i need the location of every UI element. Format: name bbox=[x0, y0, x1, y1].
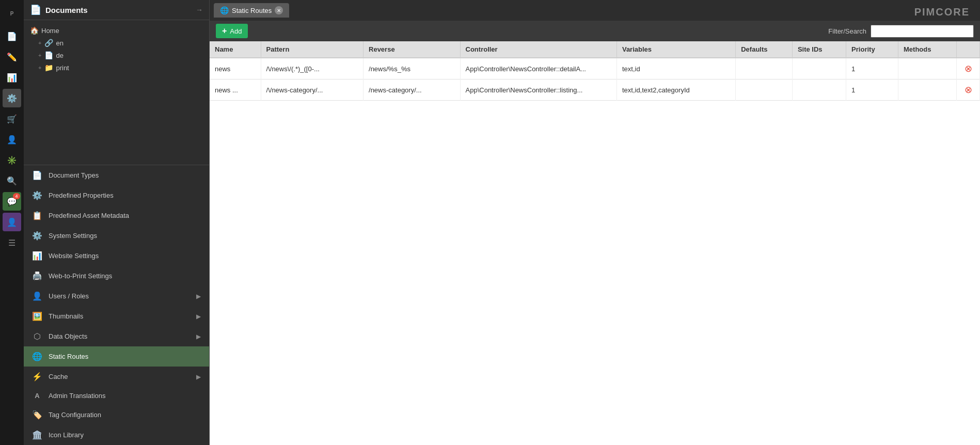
admin-translations-icon: A bbox=[32, 392, 42, 400]
cell-controller: App\Controller\NewsController::detailA..… bbox=[460, 58, 617, 80]
cell-variables: text,id bbox=[617, 58, 735, 80]
menu-label: Data Objects bbox=[49, 332, 190, 340]
menu-predefined-properties[interactable]: ⚙️ Predefined Properties bbox=[24, 185, 209, 205]
cell-delete: ⊗ bbox=[957, 58, 980, 80]
menu-admin-translations[interactable]: A Admin Translations bbox=[24, 387, 209, 405]
nav-documents[interactable]: 📄 bbox=[3, 27, 21, 45]
menu-label: Thumbnails bbox=[49, 312, 190, 320]
filter-search-input[interactable] bbox=[871, 25, 974, 38]
cell-delete: ⊗ bbox=[957, 80, 980, 101]
pimcore-logo: PIMCORE bbox=[914, 6, 970, 18]
nav-profile[interactable]: 👤 bbox=[3, 213, 21, 231]
tab-close-button[interactable]: ✕ bbox=[275, 6, 283, 14]
docs-header-title: Documents bbox=[45, 6, 192, 14]
nav-user[interactable]: 👤 bbox=[3, 130, 21, 149]
web-to-print-icon: 🖨️ bbox=[32, 271, 42, 281]
users-roles-icon: 👤 bbox=[32, 291, 42, 301]
table-header: Name Pattern Reverse Controller Variable… bbox=[210, 41, 980, 58]
docs-header-expand[interactable]: → bbox=[196, 6, 203, 14]
tree-item-de[interactable]: + 📄 de bbox=[24, 49, 209, 61]
nav-pen[interactable]: ✏️ bbox=[3, 47, 21, 66]
folder-icon: 📁 bbox=[44, 63, 53, 72]
chat-badge: 4 bbox=[13, 193, 20, 199]
data-objects-icon: ⬡ bbox=[32, 331, 42, 341]
menu-website-settings[interactable]: 📊 Website Settings bbox=[24, 246, 209, 266]
nav-nodes[interactable]: ✳️ bbox=[3, 151, 21, 169]
add-icon: + bbox=[38, 52, 41, 58]
col-reverse: Reverse bbox=[363, 41, 461, 58]
cell-site-ids bbox=[792, 80, 846, 101]
col-defaults: Defaults bbox=[736, 41, 793, 58]
toolbar: + Add Filter/Search bbox=[210, 21, 980, 41]
menu-web-to-print[interactable]: 🖨️ Web-to-Print Settings bbox=[24, 266, 209, 286]
delete-row-button[interactable]: ⊗ bbox=[962, 62, 974, 75]
menu-users-roles[interactable]: 👤 Users / Roles ▶ bbox=[24, 286, 209, 306]
table-row: news ... /\/news-category/... /news-cate… bbox=[210, 80, 980, 101]
menu-predefined-asset-metadata[interactable]: 📋 Predefined Asset Metadata bbox=[24, 205, 209, 226]
menu-label: Admin Translations bbox=[49, 392, 201, 400]
tab-label: Static Routes bbox=[232, 7, 272, 14]
routes-table: Name Pattern Reverse Controller Variable… bbox=[210, 41, 980, 101]
menu-system-settings[interactable]: ⚙️ System Settings bbox=[24, 226, 209, 246]
add-button-label: Add bbox=[230, 27, 242, 35]
menu-document-types[interactable]: 📄 Document Types bbox=[24, 165, 209, 185]
cell-site-ids bbox=[792, 58, 846, 80]
menu-label: Website Settings bbox=[49, 252, 201, 260]
menu-label: Icon Library bbox=[49, 431, 201, 439]
docs-header-icon: 📄 bbox=[30, 4, 41, 15]
tab-bar: 🌐 Static Routes ✕ bbox=[210, 0, 980, 21]
nav-chart[interactable]: 📊 bbox=[3, 68, 21, 87]
tree-label: de bbox=[56, 52, 63, 59]
col-priority: Priority bbox=[846, 41, 898, 58]
col-site-ids: Site IDs bbox=[792, 41, 846, 58]
nav-search[interactable]: 🔍 bbox=[3, 171, 21, 190]
cell-pattern: /\/news\/(.*)_([0-... bbox=[261, 58, 363, 80]
asset-metadata-icon: 📋 bbox=[32, 211, 42, 220]
menu-thumbnails[interactable]: 🖼️ Thumbnails ▶ bbox=[24, 306, 209, 326]
col-controller: Controller bbox=[460, 41, 617, 58]
document-types-icon: 📄 bbox=[32, 170, 42, 180]
nav-settings[interactable]: ⚙️ bbox=[3, 89, 21, 107]
col-variables: Variables bbox=[617, 41, 735, 58]
cell-defaults bbox=[736, 58, 793, 80]
menu-label: System Settings bbox=[49, 232, 201, 240]
menu-icon-library[interactable]: 🏛️ Icon Library bbox=[24, 425, 209, 445]
delete-row-button[interactable]: ⊗ bbox=[962, 84, 974, 96]
menu-label: Users / Roles bbox=[49, 292, 190, 300]
nav-chat[interactable]: 💬 4 bbox=[3, 192, 21, 211]
submenu-arrow-icon: ▶ bbox=[196, 313, 201, 320]
tree-label: en bbox=[56, 39, 63, 47]
toolbar-left: + Add bbox=[216, 24, 248, 38]
tab-globe-icon: 🌐 bbox=[220, 6, 229, 14]
tree-label: print bbox=[56, 64, 69, 72]
menu-label: Static Routes bbox=[49, 353, 201, 360]
tree-item-en[interactable]: + 🔗 en bbox=[24, 37, 209, 49]
nav-shop[interactable]: 🛒 bbox=[3, 109, 21, 128]
cache-icon: ⚡ bbox=[32, 372, 42, 382]
add-button[interactable]: + Add bbox=[216, 24, 248, 38]
menu-data-objects[interactable]: ⬡ Data Objects ▶ bbox=[24, 326, 209, 346]
docs-header: 📄 Documents → bbox=[24, 0, 209, 20]
menu-tag-configuration[interactable]: 🏷️ Tag Configuration bbox=[24, 405, 209, 425]
static-routes-icon: 🌐 bbox=[32, 352, 42, 361]
menu-section: 📄 Document Types ⚙️ Predefined Propertie… bbox=[24, 165, 209, 445]
tree-item-print[interactable]: + 📁 print bbox=[24, 61, 209, 74]
col-action bbox=[957, 41, 980, 58]
nav-list[interactable]: ☰ bbox=[3, 233, 21, 252]
data-table: Name Pattern Reverse Controller Variable… bbox=[210, 41, 980, 445]
add-icon: + bbox=[38, 65, 41, 71]
link-icon: 🔗 bbox=[44, 39, 53, 47]
logo-text: P bbox=[10, 11, 14, 17]
tag-config-icon: 🏷️ bbox=[32, 410, 42, 420]
static-routes-tab[interactable]: 🌐 Static Routes ✕ bbox=[214, 3, 289, 18]
menu-cache[interactable]: ⚡ Cache ▶ bbox=[24, 367, 209, 387]
app-logo: P bbox=[3, 4, 21, 23]
system-settings-icon: ⚙️ bbox=[32, 231, 42, 241]
add-icon: + bbox=[38, 40, 41, 46]
icon-library-icon: 🏛️ bbox=[32, 430, 42, 440]
tree-item-home[interactable]: 🏠 Home bbox=[24, 24, 209, 37]
cell-priority: 1 bbox=[846, 58, 898, 80]
cell-priority: 1 bbox=[846, 80, 898, 101]
menu-static-routes[interactable]: 🌐 Static Routes bbox=[24, 346, 209, 367]
main-content: PIMCORE 🌐 Static Routes ✕ + Add Filter/S… bbox=[210, 0, 980, 445]
